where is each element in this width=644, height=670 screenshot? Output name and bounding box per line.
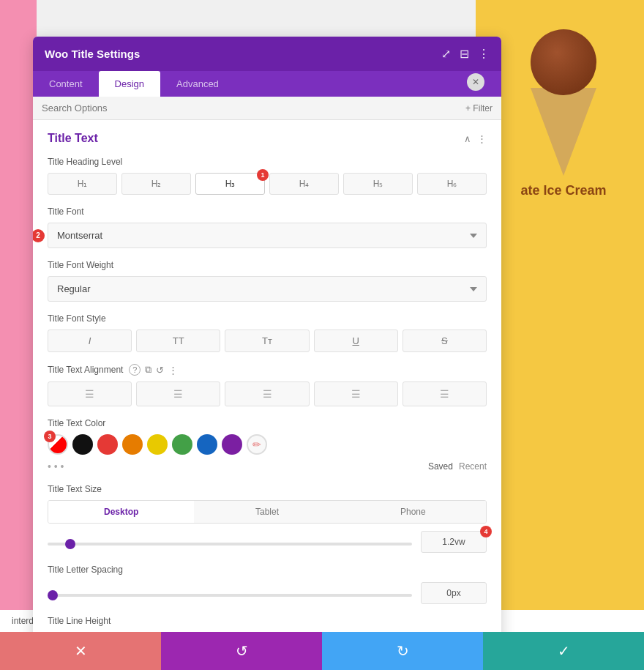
letter-spacing-row: Title Letter Spacing 0px <box>48 565 487 604</box>
color-swatch-red[interactable] <box>97 434 118 455</box>
color-pen-btn[interactable]: ✏ <box>247 434 267 455</box>
color-swatch-yellow[interactable] <box>147 434 168 455</box>
columns-icon[interactable]: ⊟ <box>460 47 469 61</box>
align-right-btn[interactable]: ☰ <box>225 381 309 406</box>
text-size-slider-wrap <box>48 537 412 548</box>
alignment-reset-icon[interactable]: ↺ <box>156 365 164 376</box>
text-size-slider[interactable] <box>48 543 412 546</box>
tab-advanced[interactable]: Advanced <box>160 71 235 97</box>
ice-cream-scoop <box>531 29 596 95</box>
ice-cream-illustration: ate Ice Cream <box>505 29 622 264</box>
device-tab-phone[interactable]: Phone <box>340 501 486 523</box>
letter-spacing-slider-wrap <box>48 588 412 599</box>
close-orange-button[interactable]: ✕ <box>467 73 484 91</box>
alignment-buttons: ☰ ☰ ☰ ☰ ☰ <box>48 381 487 406</box>
letter-spacing-slider-row: 0px <box>48 582 487 604</box>
text-size-label: Title Text Size <box>48 484 487 494</box>
section-header: Title Text ∧ ⋮ <box>48 132 487 145</box>
heading-h6-btn[interactable]: H₆ <box>417 173 487 195</box>
text-color-row: Title Text Color 3 ✏ • • • Saved Recent <box>48 418 487 472</box>
ice-cream-label: ate Ice Cream <box>520 183 606 198</box>
font-badge: 2 <box>33 229 45 242</box>
color-swatch-blue[interactable] <box>197 434 217 455</box>
redo-button[interactable]: ↻ <box>322 632 483 670</box>
style-italic-btn[interactable]: I <box>48 330 132 352</box>
heading-h1-btn[interactable]: H₁ <box>48 173 117 195</box>
letter-spacing-value: 0px <box>421 582 487 604</box>
expand-icon[interactable]: ⤢ <box>441 47 451 61</box>
letter-spacing-label: Title Letter Spacing <box>48 565 487 575</box>
heading-h2-btn[interactable]: H₂ <box>121 173 191 195</box>
panel-header: Woo Title Settings ⤢ ⊟ ⋮ <box>33 37 501 71</box>
panel-header-icons: ⤢ ⊟ ⋮ <box>441 47 490 61</box>
text-color-label: Title Text Color <box>48 418 487 428</box>
align-justify-btn[interactable]: ☰ <box>314 381 398 406</box>
font-weight-label: Title Font Weight <box>48 260 487 270</box>
color-swatch-black[interactable] <box>72 434 93 455</box>
style-capitalcase-btn[interactable]: Tт <box>225 330 309 352</box>
color-swatch-orange[interactable] <box>122 434 143 455</box>
tab-content[interactable]: Content <box>33 71 99 97</box>
style-uppercase-btn[interactable]: TT <box>136 330 220 352</box>
search-bar: + Filter <box>33 97 501 120</box>
panel-content: Title Text ∧ ⋮ Title Heading Level H₁ H₂… <box>33 120 501 670</box>
panel-title: Woo Title Settings <box>45 48 140 60</box>
alignment-more-icon[interactable]: ⋮ <box>168 365 178 376</box>
section-more-icon[interactable]: ⋮ <box>477 133 487 144</box>
alignment-copy-icon[interactable]: ⧉ <box>145 364 151 376</box>
font-row: Title Font 2 Montserrat <box>48 206 487 248</box>
bottom-bar: ✕ ↺ ↻ ✓ <box>0 632 644 670</box>
alignment-tools: ? ⧉ ↺ ⋮ <box>129 364 178 376</box>
font-style-buttons: I TT Tт U S <box>48 330 487 352</box>
align-force-btn[interactable]: ☰ <box>402 381 487 406</box>
alignment-label-row: Title Text Alignment ? ⧉ ↺ ⋮ <box>48 364 487 376</box>
confirm-button[interactable]: ✓ <box>483 632 644 670</box>
font-style-row: Title Font Style I TT Tт U S <box>48 313 487 352</box>
align-left-btn[interactable]: ☰ <box>48 381 132 406</box>
heading-levels: H₁ H₂ H₃ 1 H₄ H₅ H₆ <box>48 173 487 195</box>
text-size-badge: 4 <box>480 526 492 537</box>
tabs-bar: Content Design Advanced <box>33 71 501 97</box>
ice-cream-cone <box>531 88 596 176</box>
text-size-value: 1.2vw 4 <box>421 531 487 553</box>
style-underline-btn[interactable]: U <box>314 330 398 352</box>
color-more-dots[interactable]: • • • <box>48 461 64 472</box>
heading-level-label: Title Heading Level <box>48 157 487 167</box>
font-style-label: Title Font Style <box>48 313 487 324</box>
saved-label: Saved <box>428 461 453 472</box>
heading-h5-btn[interactable]: H₅ <box>343 173 413 195</box>
alignment-help-icon[interactable]: ? <box>129 364 141 376</box>
section-actions: ∧ ⋮ <box>464 133 487 144</box>
font-label: Title Font <box>48 206 487 217</box>
swatch-transparent-container: 3 <box>48 434 68 455</box>
collapse-icon[interactable]: ∧ <box>464 133 471 144</box>
heading-level-row: Title Heading Level H₁ H₂ H₃ 1 H₄ H₅ H₆ <box>48 157 487 195</box>
color-swatch-purple[interactable] <box>222 434 242 455</box>
filter-button[interactable]: + Filter <box>465 103 493 113</box>
device-tab-tablet[interactable]: Tablet <box>194 501 340 523</box>
text-alignment-row: Title Text Alignment ? ⧉ ↺ ⋮ ☰ ☰ ☰ ☰ ☰ <box>48 364 487 406</box>
undo-button[interactable]: ↺ <box>161 632 322 670</box>
text-size-device-tabs: Desktop Tablet Phone <box>48 500 487 524</box>
font-weight-select[interactable]: Regular <box>48 276 487 302</box>
align-center-btn[interactable]: ☰ <box>136 381 220 406</box>
font-select[interactable]: Montserrat <box>48 223 487 248</box>
style-strikethrough-btn[interactable]: S <box>402 330 487 352</box>
device-tab-desktop[interactable]: Desktop <box>48 501 194 523</box>
settings-panel: Woo Title Settings ⤢ ⊟ ⋮ Content Design … <box>33 37 501 670</box>
heading-badge: 1 <box>257 169 269 181</box>
heading-h4-btn[interactable]: H₄ <box>269 173 339 195</box>
tab-design[interactable]: Design <box>99 71 160 97</box>
section-title: Title Text <box>48 132 98 145</box>
color-swatch-green[interactable] <box>172 434 192 455</box>
more-icon[interactable]: ⋮ <box>478 47 490 61</box>
letter-spacing-slider[interactable] <box>48 594 412 597</box>
cancel-button[interactable]: ✕ <box>0 632 161 670</box>
alignment-label: Title Text Alignment <box>48 365 123 375</box>
heading-h3-btn[interactable]: H₃ 1 <box>195 173 265 195</box>
text-size-slider-row: 1.2vw 4 <box>48 531 487 553</box>
line-height-label: Title Line Height <box>48 616 487 626</box>
bg-pink <box>0 0 37 670</box>
search-input[interactable] <box>42 103 465 113</box>
recent-label: Recent <box>459 461 487 472</box>
